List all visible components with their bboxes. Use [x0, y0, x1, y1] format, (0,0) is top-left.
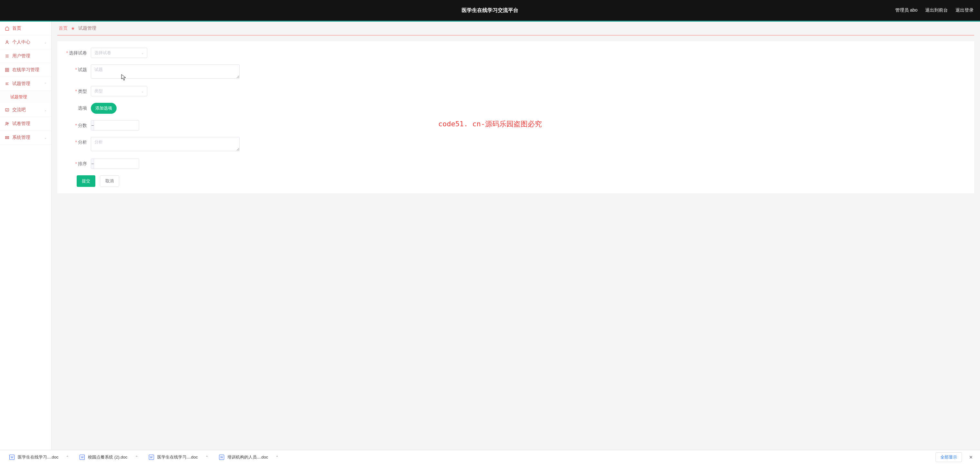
- label-score: *分数: [65, 120, 91, 129]
- star-icon: ★: [71, 26, 75, 31]
- label-question: *试题: [65, 64, 91, 73]
- chevron-down-icon: ⌄: [141, 89, 144, 93]
- download-item[interactable]: 校园点餐系统 (2).doc ⌃: [75, 452, 142, 462]
- user-label[interactable]: 管理员 abo: [895, 7, 918, 13]
- decrease-button[interactable]: −: [91, 159, 94, 169]
- download-filename: 医学生在线学习....doc: [18, 454, 58, 460]
- settings-icon: [5, 135, 10, 140]
- home-icon: [5, 26, 10, 31]
- label-type: *类型: [65, 86, 91, 94]
- select-placeholder: 类型: [94, 88, 103, 94]
- download-filename: 培训机构的人员....doc: [228, 454, 268, 460]
- sidebar-item-user-mgmt[interactable]: 用户管理: [0, 49, 51, 63]
- grid-icon: [5, 67, 10, 72]
- download-item[interactable]: 医学生在线学习....doc ⌃: [144, 452, 213, 462]
- label-select-exam: *选择试卷: [65, 48, 91, 56]
- decrease-button[interactable]: −: [91, 121, 94, 130]
- chevron-up-icon: ⌃: [44, 82, 47, 86]
- svg-point-12: [6, 122, 7, 124]
- close-downloads-bar-button[interactable]: ✕: [966, 453, 975, 461]
- select-exam-dropdown[interactable]: 选择试卷 ⌄: [91, 48, 147, 58]
- sidebar-label: 系统管理: [12, 135, 30, 140]
- analysis-textarea[interactable]: [91, 137, 240, 151]
- label-analysis: *分析: [65, 137, 91, 145]
- sort-input[interactable]: [94, 159, 139, 169]
- sidebar-item-study-mgmt[interactable]: 在线学习管理: [0, 63, 51, 77]
- check-icon: [5, 107, 10, 112]
- sidebar: 首页 个人中心 ⌄ 用户管理 在线学习管理 试题管理 ⌃: [0, 22, 51, 450]
- score-stepper[interactable]: − +: [91, 120, 139, 131]
- sidebar-sub-question-mgmt[interactable]: 试题管理: [0, 91, 51, 103]
- question-textarea[interactable]: [91, 64, 240, 79]
- download-item[interactable]: 医学生在线学习....doc ⌃: [5, 452, 73, 462]
- sidebar-item-system-mgmt[interactable]: 系统管理 ⌄: [0, 131, 51, 145]
- svg-point-13: [7, 123, 9, 124]
- chevron-down-icon: ⌄: [44, 136, 47, 140]
- sidebar-label: 在线学习管理: [12, 67, 39, 73]
- add-option-button[interactable]: 添加选项: [91, 103, 117, 114]
- svg-rect-6: [5, 70, 7, 72]
- svg-rect-5: [7, 68, 9, 70]
- list-icon: [5, 54, 10, 59]
- downloads-bar: 医学生在线学习....doc ⌃ 校园点餐系统 (2).doc ⌃ 医学生在线学…: [0, 450, 980, 464]
- content-area: 首页 ★ 试题管理 *选择试卷 选择试卷 ⌄ *试题: [51, 22, 980, 450]
- download-filename: 医学生在线学习....doc: [157, 454, 198, 460]
- doc-file-icon: [80, 454, 85, 460]
- app-title: 医学生在线学习交流平台: [461, 7, 519, 14]
- sidebar-label: 个人中心: [12, 39, 30, 45]
- topbar: 医学生在线学习交流平台 管理员 abo 退出到前台 退出登录: [0, 0, 980, 21]
- chevron-up-icon[interactable]: ⌃: [205, 455, 208, 459]
- sidebar-label: 用户管理: [12, 53, 30, 59]
- sidebar-item-profile[interactable]: 个人中心 ⌄: [0, 35, 51, 49]
- download-filename: 校园点餐系统 (2).doc: [88, 454, 127, 460]
- breadcrumb-home[interactable]: 首页: [59, 26, 68, 31]
- svg-rect-14: [5, 137, 9, 137]
- breadcrumb-current: 试题管理: [78, 26, 96, 31]
- form-card: *选择试卷 选择试卷 ⌄ *试题 *类型 类型: [57, 41, 974, 193]
- sort-stepper[interactable]: − +: [91, 158, 139, 169]
- doc-file-icon: [149, 454, 154, 460]
- sidebar-label: 首页: [12, 26, 21, 31]
- user-icon: [5, 40, 10, 45]
- svg-rect-11: [5, 108, 9, 111]
- logout-link[interactable]: 退出登录: [956, 7, 974, 13]
- chevron-down-icon: ⌄: [44, 108, 47, 112]
- label-options: 选项: [65, 103, 91, 111]
- chevron-up-icon[interactable]: ⌃: [276, 455, 278, 459]
- download-item[interactable]: 培训机构的人员....doc ⌃: [214, 452, 283, 462]
- doc-file-icon: [10, 454, 14, 460]
- doc-file-icon: [219, 454, 224, 460]
- submit-button[interactable]: 提交: [77, 175, 95, 187]
- sidebar-item-forum[interactable]: 交流吧 ⌄: [0, 103, 51, 117]
- sidebar-label: 交流吧: [12, 107, 26, 113]
- sidebar-item-question-mgmt[interactable]: 试题管理 ⌃: [0, 77, 51, 91]
- svg-point-0: [6, 41, 8, 42]
- breadcrumb: 首页 ★ 试题管理: [57, 22, 974, 35]
- sidebar-item-exam-mgmt[interactable]: 试卷管理: [0, 117, 51, 131]
- svg-rect-7: [7, 70, 9, 72]
- cancel-button[interactable]: 取消: [100, 175, 119, 187]
- exit-to-front-link[interactable]: 退出到前台: [925, 7, 948, 13]
- chevron-down-icon: ⌄: [141, 51, 144, 55]
- svg-rect-15: [5, 138, 9, 139]
- sidebar-item-home[interactable]: 首页: [0, 22, 51, 35]
- score-input[interactable]: [94, 121, 139, 130]
- sidebar-label: 试题管理: [12, 81, 30, 87]
- label-sort: *排序: [65, 158, 91, 167]
- chevron-down-icon: ⌄: [44, 41, 47, 44]
- chevron-up-icon[interactable]: ⌃: [66, 455, 68, 459]
- chevron-up-icon[interactable]: ⌃: [135, 455, 138, 459]
- select-placeholder: 选择试卷: [94, 50, 111, 56]
- svg-rect-4: [5, 68, 7, 70]
- users-icon: [5, 121, 10, 126]
- bars-icon: [5, 81, 10, 86]
- type-dropdown[interactable]: 类型 ⌄: [91, 86, 147, 96]
- show-all-downloads-button[interactable]: 全部显示: [935, 453, 962, 462]
- sidebar-label: 试卷管理: [12, 121, 30, 127]
